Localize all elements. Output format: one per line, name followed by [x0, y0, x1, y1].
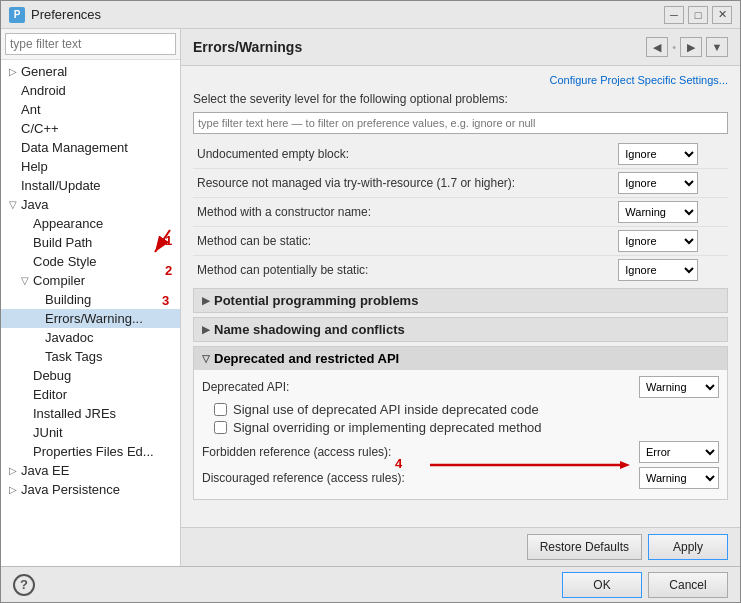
deprecated-section-header[interactable]: ▽ Deprecated and restricted API	[194, 347, 727, 370]
section-label: Potential programming problems	[214, 293, 418, 308]
apply-button[interactable]: Apply	[648, 534, 728, 560]
sidebar-item-task-tags[interactable]: Task Tags	[1, 347, 180, 366]
select-label: Select the severity level for the follow…	[193, 92, 728, 106]
expand-arrow	[9, 85, 21, 96]
section-expand-icon: ▽	[202, 353, 210, 364]
sidebar: ▷ General Android Ant C/C++ Da	[1, 29, 181, 566]
section-potential-problems[interactable]: ▶ Potential programming problems	[193, 288, 728, 313]
sidebar-item-errors-warnings[interactable]: Errors/Warning...	[1, 309, 180, 328]
expand-arrow	[33, 313, 45, 324]
problem-severity-select[interactable]: IgnoreWarningError	[618, 143, 698, 165]
problem-severity-cell: IgnoreWarningError	[614, 227, 728, 256]
close-button[interactable]: ✕	[712, 6, 732, 24]
checkbox-label: Signal overriding or implementing deprec…	[233, 420, 542, 435]
restore-defaults-button[interactable]: Restore Defaults	[527, 534, 642, 560]
section-name-shadowing[interactable]: ▶ Name shadowing and conflicts	[193, 317, 728, 342]
sidebar-tree: ▷ General Android Ant C/C++ Da	[1, 60, 180, 566]
deprecated-api-select[interactable]: IgnoreWarningError	[639, 376, 719, 398]
expand-arrow	[9, 104, 21, 115]
sidebar-item-installed-jres[interactable]: Installed JREs	[1, 404, 180, 423]
sidebar-item-cpp[interactable]: C/C++	[1, 119, 180, 138]
sidebar-item-props-files-ed[interactable]: Properties Files Ed...	[1, 442, 180, 461]
problem-severity-select[interactable]: IgnoreWarningError	[618, 201, 698, 223]
problem-severity-select[interactable]: IgnoreWarningError	[618, 230, 698, 252]
cancel-button[interactable]: Cancel	[648, 572, 728, 598]
main-content: ▷ General Android Ant C/C++ Da	[1, 29, 740, 566]
sidebar-item-general[interactable]: ▷ General	[1, 62, 180, 81]
title-bar-left: P Preferences	[9, 7, 101, 23]
sidebar-item-java-persistence[interactable]: ▷ Java Persistence	[1, 480, 180, 499]
checkbox-row-deprecated-inside: Signal use of deprecated API inside depr…	[214, 402, 719, 417]
sidebar-filter-area	[1, 29, 180, 60]
ok-button[interactable]: OK	[562, 572, 642, 598]
problem-severity-cell: IgnoreWarningError	[614, 169, 728, 198]
panel-body: Configure Project Specific Settings... S…	[181, 66, 740, 527]
help-button[interactable]: ?	[13, 574, 35, 596]
table-row: Resource not managed via try-with-resour…	[193, 169, 728, 198]
nav-menu-button[interactable]: ▼	[706, 37, 728, 57]
expand-arrow: ▷	[9, 465, 21, 476]
sidebar-item-android[interactable]: Android	[1, 81, 180, 100]
problem-severity-cell: IgnoreWarningError	[614, 140, 728, 169]
expand-arrow	[21, 408, 33, 419]
sidebar-item-ant[interactable]: Ant	[1, 100, 180, 119]
table-row: Undocumented empty block: IgnoreWarningE…	[193, 140, 728, 169]
checkbox-label: Signal use of deprecated API inside depr…	[233, 402, 539, 417]
expand-arrow	[9, 123, 21, 134]
configure-link[interactable]: Configure Project Specific Settings...	[193, 74, 728, 86]
expand-arrow	[33, 351, 45, 362]
section-label: Name shadowing and conflicts	[214, 322, 405, 337]
forbidden-ref-row: Forbidden reference (access rules): Igno…	[202, 441, 719, 463]
problem-label: Resource not managed via try-with-resour…	[193, 169, 614, 198]
expand-arrow	[21, 256, 33, 267]
forward-button[interactable]: ▶	[680, 37, 702, 57]
preferences-window: P Preferences ─ □ ✕ ▷ General Android	[0, 0, 741, 603]
problem-severity-select[interactable]: IgnoreWarningError	[618, 172, 698, 194]
sidebar-item-appearance[interactable]: Appearance	[1, 214, 180, 233]
sidebar-item-javadoc[interactable]: Javadoc	[1, 328, 180, 347]
discouraged-ref-label: Discouraged reference (access rules):	[202, 471, 405, 485]
nav-separator: •	[672, 41, 676, 53]
forbidden-ref-select[interactable]: IgnoreWarningError	[639, 441, 719, 463]
sidebar-item-code-style[interactable]: Code Style	[1, 252, 180, 271]
problem-label: Method can potentially be static:	[193, 256, 614, 285]
back-button[interactable]: ◀	[646, 37, 668, 57]
maximize-button[interactable]: □	[688, 6, 708, 24]
title-bar: P Preferences ─ □ ✕	[1, 1, 740, 29]
deprecated-override-checkbox[interactable]	[214, 421, 227, 434]
discouraged-ref-select[interactable]: IgnoreWarningError	[639, 467, 719, 489]
sidebar-item-debug[interactable]: Debug	[1, 366, 180, 385]
table-row: Method with a constructor name: IgnoreWa…	[193, 198, 728, 227]
deprecated-inside-checkbox[interactable]	[214, 403, 227, 416]
problem-label: Method with a constructor name:	[193, 198, 614, 227]
table-row: Method can potentially be static: Ignore…	[193, 256, 728, 285]
right-panel-wrapper: Errors/Warnings ◀ • ▶ ▼ Configure Projec…	[181, 29, 740, 566]
expand-arrow	[21, 237, 33, 248]
sidebar-item-java[interactable]: ▽ Java	[1, 195, 180, 214]
expand-arrow	[21, 218, 33, 229]
problems-filter-input[interactable]	[193, 112, 728, 134]
title-bar-controls: ─ □ ✕	[664, 6, 732, 24]
minimize-button[interactable]: ─	[664, 6, 684, 24]
deprecated-section-body: Deprecated API: IgnoreWarningError Signa…	[194, 370, 727, 499]
sidebar-item-data-management[interactable]: Data Management	[1, 138, 180, 157]
expand-arrow: ▽	[21, 275, 33, 286]
expand-arrow	[21, 370, 33, 381]
sidebar-item-building[interactable]: Building	[1, 290, 180, 309]
footer: ? OK Cancel	[1, 566, 740, 602]
problem-severity-cell: IgnoreWarningError	[614, 198, 728, 227]
sidebar-filter-input[interactable]	[5, 33, 176, 55]
sidebar-item-java-ee[interactable]: ▷ Java EE	[1, 461, 180, 480]
sidebar-item-junit[interactable]: JUnit	[1, 423, 180, 442]
expand-arrow	[9, 142, 21, 153]
sidebar-item-build-path[interactable]: Build Path	[1, 233, 180, 252]
deprecated-api-label: Deprecated API:	[202, 380, 289, 394]
checkbox-row-deprecated-override: Signal overriding or implementing deprec…	[214, 420, 719, 435]
sidebar-item-compiler[interactable]: ▽ Compiler	[1, 271, 180, 290]
expand-arrow: ▷	[9, 484, 21, 495]
sidebar-item-editor[interactable]: Editor	[1, 385, 180, 404]
problem-severity-select[interactable]: IgnoreWarningError	[618, 259, 698, 281]
sidebar-item-help[interactable]: Help	[1, 157, 180, 176]
problem-label: Method can be static:	[193, 227, 614, 256]
sidebar-item-install-update[interactable]: Install/Update	[1, 176, 180, 195]
